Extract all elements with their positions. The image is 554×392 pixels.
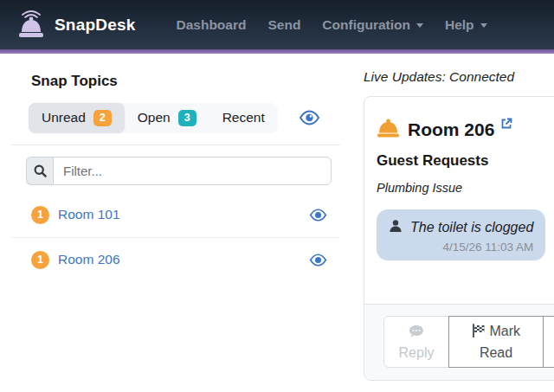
concierge-bell-icon	[377, 119, 400, 141]
nav-item-send[interactable]: Send	[267, 17, 300, 33]
reply-button[interactable]: Reply	[383, 316, 449, 368]
topic-row-room-206[interactable]: 1 Room 206	[11, 237, 340, 282]
card-title: Room 206	[408, 119, 494, 140]
filter-input[interactable]	[53, 157, 332, 185]
message-text: The toilet is clogged	[410, 220, 533, 235]
nav-label: Dashboard	[176, 17, 246, 33]
topic-link[interactable]: Room 101	[58, 207, 120, 222]
unread-count-badge: 1	[31, 206, 49, 224]
external-link-icon[interactable]	[500, 118, 512, 133]
tab-open[interactable]: Open 3	[125, 103, 209, 133]
flag-checkered-icon	[472, 325, 489, 340]
card-footer: Reply Ma	[364, 304, 554, 380]
live-updates-status: Live Updates: Connected	[364, 69, 554, 85]
watch-all-eye-icon[interactable]	[299, 110, 320, 125]
unread-count-badge: 2	[93, 110, 112, 126]
message-bubble: The toilet is clogged 4/15/26 11:03 AM	[377, 209, 545, 260]
main-nav: Dashboard Send Configuration Help	[154, 17, 486, 33]
purple-accent-strip	[0, 49, 554, 54]
tab-label: Open	[138, 110, 171, 125]
nav-label: Send	[267, 17, 300, 33]
nav-item-help[interactable]: Help	[445, 17, 487, 33]
topic-list: 1 Room 101 1 Room 206	[11, 193, 340, 282]
message-timestamp: 4/15/26 11:03 AM	[389, 241, 533, 254]
nav-label: Help	[445, 17, 474, 33]
watch-topic-eye-icon[interactable]	[309, 209, 327, 222]
card-header: Room 206	[364, 97, 554, 144]
nav-item-configuration[interactable]: Configuration	[322, 17, 423, 33]
button-label: Reply	[399, 345, 435, 360]
topics-tab-group: Unread 2 Open 3 Recent	[29, 103, 278, 133]
comment-dots-icon	[409, 325, 424, 340]
detail-panel: Live Updates: Connected Room 206 Guest	[364, 69, 554, 381]
user-icon	[389, 219, 403, 236]
brand[interactable]: SnapDesk	[16, 7, 135, 43]
panel-title: Snap Topics	[31, 73, 340, 90]
chevron-down-icon	[480, 23, 487, 28]
search-icon	[26, 157, 53, 185]
topic-detail-card: Room 206 Guest Requests Plumbing Issue	[364, 96, 554, 381]
card-body: Guest Requests Plumbing Issue The toilet…	[364, 144, 554, 304]
tab-recent[interactable]: Recent	[209, 103, 278, 132]
topic-link[interactable]: Room 206	[58, 252, 120, 267]
top-navbar: SnapDesk Dashboard Send Configuration He…	[0, 0, 554, 49]
topics-panel: Snap Topics Unread 2 Open 3 Recent	[11, 73, 340, 282]
section-heading: Guest Requests	[377, 152, 554, 170]
topic-row-room-101[interactable]: 1 Room 101	[11, 193, 340, 237]
brand-name: SnapDesk	[55, 16, 135, 35]
unread-count-badge: 1	[31, 251, 49, 269]
issue-label: Plumbing Issue	[377, 181, 554, 195]
nav-item-dashboard[interactable]: Dashboard	[176, 17, 246, 33]
tab-label: Recent	[222, 110, 265, 125]
nav-label: Configuration	[322, 17, 410, 33]
mark-read-button[interactable]: Mark Read	[448, 316, 544, 368]
panel-divider	[11, 145, 340, 145]
filter-group	[26, 157, 332, 185]
open-count-badge: 3	[178, 110, 196, 126]
chevron-down-icon	[416, 23, 423, 28]
watch-topic-eye-icon[interactable]	[309, 254, 327, 267]
concierge-bell-logo-icon	[16, 7, 47, 43]
tab-unread[interactable]: Unread 2	[29, 103, 125, 133]
topics-tabs-row: Unread 2 Open 3 Recent	[29, 103, 340, 133]
tab-label: Unread	[42, 110, 86, 125]
clipped-action-button[interactable]	[544, 316, 554, 368]
